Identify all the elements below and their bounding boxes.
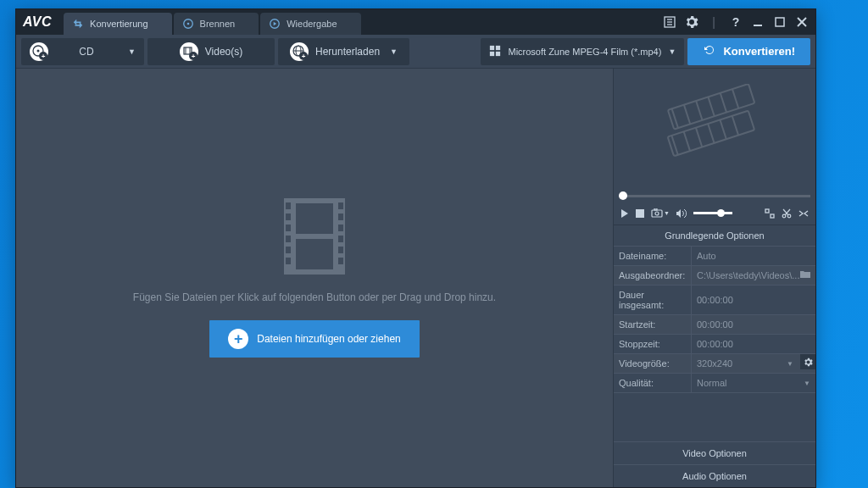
svg-rect-45: [338, 247, 343, 253]
svg-line-52: [684, 104, 690, 124]
titlebar: AVC Konvertierung Brennen Wiedergabe | ?: [16, 9, 815, 35]
convert-icon: [72, 18, 84, 30]
svg-rect-29: [496, 45, 500, 49]
disc-plus-icon: +: [30, 42, 48, 61]
add-files-label: Dateien hinzufügen oder ziehen: [257, 333, 400, 345]
duration-value: 00:00:00: [692, 286, 815, 314]
options-header: Grundlegende Optionen: [614, 225, 815, 247]
globe-plus-icon: +: [290, 42, 309, 61]
app-window: AVC Konvertierung Brennen Wiedergabe | ?: [15, 8, 816, 488]
stop-button[interactable]: [636, 209, 644, 218]
starttime-value[interactable]: 00:00:00: [692, 315, 815, 334]
svg-rect-48: [296, 239, 333, 269]
sidebar: ▼ Grundlegende Optionen Dateiname:Auto A…: [614, 69, 815, 487]
svg-point-13: [37, 49, 40, 52]
snapshot-button[interactable]: ▼: [651, 208, 670, 218]
svg-rect-38: [286, 236, 291, 242]
svg-line-56: [732, 89, 738, 108]
starttime-label: Startzeit:: [614, 315, 692, 334]
cut-button[interactable]: [782, 208, 792, 219]
video-options-section[interactable]: Video Optionen: [614, 441, 815, 464]
maximize-icon[interactable]: [773, 15, 787, 29]
minimize-icon[interactable]: [751, 15, 765, 29]
svg-point-1: [186, 23, 189, 25]
chevron-down-icon: ▼: [390, 47, 398, 56]
videosize-settings-button[interactable]: [800, 354, 815, 369]
chevron-down-icon: ▼: [787, 360, 793, 368]
output-format-select[interactable]: Microsoft Zune MPEG-4 Film (*.mp4) ▼: [481, 38, 684, 65]
volume-slider[interactable]: [693, 212, 732, 214]
svg-rect-47: [296, 203, 333, 234]
filename-value[interactable]: Auto: [692, 247, 815, 265]
download-label: Herunterladen: [315, 46, 380, 58]
convert-label: Konvertieren!: [723, 45, 795, 58]
svg-rect-63: [636, 209, 644, 218]
help-icon[interactable]: ?: [729, 15, 743, 29]
cd-label: CD: [55, 46, 118, 58]
refresh-icon: [703, 43, 716, 59]
add-video-button[interactable]: + Video(s): [147, 38, 275, 65]
svg-rect-31: [496, 51, 500, 55]
svg-line-58: [684, 131, 690, 151]
chevron-down-icon: ▼: [128, 47, 136, 56]
add-cd-button[interactable]: + CD ▼: [21, 38, 144, 65]
film-plus-icon: +: [180, 42, 198, 61]
videosize-value[interactable]: 320x240▼: [692, 354, 798, 373]
scrubber[interactable]: [614, 191, 815, 202]
duration-label: Dauer insgesamt:: [614, 286, 692, 314]
folder-icon[interactable]: [800, 270, 810, 280]
title-controls: | ?: [663, 15, 809, 29]
scrubber-thumb[interactable]: [619, 191, 627, 200]
svg-rect-35: [286, 202, 291, 209]
crop-button[interactable]: [798, 208, 809, 219]
tab-burn[interactable]: Brennen: [174, 13, 259, 35]
quality-value[interactable]: Normal▼: [692, 374, 815, 392]
tab-convert[interactable]: Konvertierung: [64, 13, 172, 35]
svg-rect-68: [771, 214, 774, 218]
volume-button[interactable]: [676, 209, 687, 218]
svg-rect-37: [286, 225, 291, 231]
svg-rect-28: [490, 45, 494, 49]
output-folder-label: Ausgabeordner:: [614, 266, 692, 285]
audio-options-section[interactable]: Audio Optionen: [614, 464, 815, 487]
file-dropzone[interactable]: Fügen Sie Dateien per Klick auf folgende…: [16, 69, 614, 487]
svg-point-65: [655, 212, 659, 215]
app-logo: AVC: [23, 14, 52, 30]
svg-line-59: [696, 127, 702, 147]
svg-line-53: [696, 101, 702, 120]
svg-rect-41: [338, 202, 343, 209]
filename-label: Dateiname:: [614, 247, 692, 265]
toolbar: + CD ▼ + Video(s) + Herunterladen ▼ Micr…: [16, 35, 815, 69]
svg-rect-64: [652, 210, 662, 217]
tab-play[interactable]: Wiedergabe: [260, 13, 360, 35]
svg-line-54: [708, 97, 714, 116]
svg-rect-42: [338, 214, 343, 220]
stoptime-label: Stoppzeit:: [614, 335, 692, 353]
list-icon[interactable]: [663, 15, 676, 29]
dropzone-hint: Fügen Sie Dateien per Klick auf folgende…: [133, 291, 496, 303]
output-folder-value[interactable]: C:\Users\teddy\Videos\...: [692, 266, 815, 285]
svg-line-61: [720, 119, 726, 139]
windows-icon: [489, 45, 501, 58]
options-table: Dateiname:Auto Ausgabeordner:C:\Users\te…: [614, 247, 815, 393]
svg-rect-66: [654, 208, 657, 210]
play-button[interactable]: [620, 209, 629, 218]
close-icon[interactable]: [795, 15, 809, 29]
video-label: Video(s): [205, 46, 242, 58]
tab-label: Konvertierung: [90, 19, 148, 29]
chevron-down-icon: ▼: [804, 380, 810, 387]
download-button[interactable]: + Herunterladen ▼: [278, 38, 409, 65]
preview-panel: [614, 69, 815, 191]
main-tabs: Konvertierung Brennen Wiedergabe: [64, 9, 663, 35]
svg-line-62: [732, 115, 738, 135]
svg-rect-43: [338, 225, 343, 231]
stoptime-value[interactable]: 00:00:00: [692, 335, 815, 353]
fullscreen-button[interactable]: [765, 208, 775, 219]
svg-text:+: +: [42, 53, 46, 60]
svg-rect-39: [286, 247, 291, 253]
convert-button[interactable]: Konvertieren!: [687, 38, 810, 65]
settings-icon[interactable]: [685, 15, 698, 29]
add-files-button[interactable]: + Dateien hinzufügen oder ziehen: [209, 320, 419, 358]
quality-label: Qualität:: [614, 374, 692, 392]
play-icon: [269, 18, 281, 30]
